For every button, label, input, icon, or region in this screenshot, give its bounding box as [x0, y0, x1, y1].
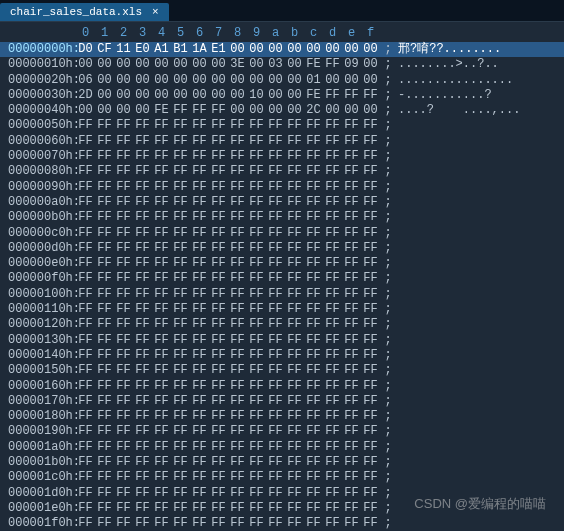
- hex-row[interactable]: 000001c0h:FFFFFFFFFFFFFFFFFFFFFFFFFFFFFF…: [0, 470, 564, 485]
- hex-byte[interactable]: FF: [285, 455, 304, 470]
- hex-byte[interactable]: FF: [133, 486, 152, 501]
- ascii-text[interactable]: [396, 180, 398, 195]
- hex-byte[interactable]: 00: [342, 42, 361, 57]
- hex-byte[interactable]: FF: [171, 287, 190, 302]
- hex-byte[interactable]: FF: [209, 226, 228, 241]
- hex-byte[interactable]: FF: [304, 409, 323, 424]
- hex-byte[interactable]: 00: [209, 73, 228, 88]
- hex-byte[interactable]: FF: [114, 379, 133, 394]
- hex-byte[interactable]: FF: [342, 180, 361, 195]
- hex-byte[interactable]: FF: [361, 455, 380, 470]
- hex-byte[interactable]: FF: [152, 287, 171, 302]
- hex-byte[interactable]: FF: [171, 118, 190, 133]
- hex-byte[interactable]: FF: [304, 348, 323, 363]
- hex-byte[interactable]: FF: [361, 516, 380, 531]
- hex-byte[interactable]: FF: [361, 226, 380, 241]
- hex-byte[interactable]: 00: [266, 103, 285, 118]
- hex-byte[interactable]: FF: [171, 363, 190, 378]
- ascii-text[interactable]: [396, 409, 398, 424]
- hex-byte[interactable]: FF: [190, 180, 209, 195]
- hex-byte[interactable]: FF: [171, 271, 190, 286]
- hex-byte[interactable]: 00: [323, 42, 342, 57]
- hex-byte[interactable]: 00: [95, 57, 114, 72]
- hex-byte[interactable]: 00: [285, 42, 304, 57]
- hex-byte[interactable]: FF: [342, 210, 361, 225]
- hex-byte[interactable]: FF: [190, 516, 209, 531]
- hex-row[interactable]: 00000090h:FFFFFFFFFFFFFFFFFFFFFFFFFFFFFF…: [0, 180, 564, 195]
- hex-byte[interactable]: FF: [114, 134, 133, 149]
- hex-byte[interactable]: FF: [342, 88, 361, 103]
- hex-byte[interactable]: FF: [76, 210, 95, 225]
- hex-byte[interactable]: FF: [133, 501, 152, 516]
- hex-byte[interactable]: FF: [190, 195, 209, 210]
- hex-row[interactable]: 00000080h:FFFFFFFFFFFFFFFFFFFFFFFFFFFFFF…: [0, 164, 564, 179]
- hex-byte[interactable]: FF: [361, 409, 380, 424]
- hex-byte[interactable]: FF: [95, 394, 114, 409]
- hex-byte[interactable]: FF: [76, 256, 95, 271]
- hex-byte[interactable]: 00: [114, 88, 133, 103]
- hex-byte[interactable]: FF: [190, 470, 209, 485]
- hex-byte[interactable]: FF: [95, 455, 114, 470]
- hex-byte[interactable]: 00: [361, 57, 380, 72]
- hex-byte[interactable]: FF: [190, 317, 209, 332]
- hex-byte[interactable]: FF: [342, 440, 361, 455]
- ascii-text[interactable]: [396, 134, 398, 149]
- hex-byte[interactable]: FF: [114, 486, 133, 501]
- hex-byte[interactable]: FF: [361, 470, 380, 485]
- hex-byte[interactable]: FF: [133, 195, 152, 210]
- hex-byte[interactable]: FF: [152, 241, 171, 256]
- hex-byte[interactable]: FF: [342, 363, 361, 378]
- hex-byte[interactable]: FF: [285, 501, 304, 516]
- hex-byte[interactable]: FF: [114, 440, 133, 455]
- hex-byte[interactable]: FF: [76, 470, 95, 485]
- hex-byte[interactable]: FF: [247, 226, 266, 241]
- hex-byte[interactable]: 00: [152, 88, 171, 103]
- hex-byte[interactable]: FF: [304, 424, 323, 439]
- hex-byte[interactable]: FF: [95, 470, 114, 485]
- hex-byte[interactable]: FF: [361, 271, 380, 286]
- hex-byte[interactable]: FF: [285, 516, 304, 531]
- hex-byte[interactable]: FF: [114, 394, 133, 409]
- hex-byte[interactable]: FF: [171, 516, 190, 531]
- hex-byte[interactable]: FF: [190, 440, 209, 455]
- hex-byte[interactable]: FF: [342, 455, 361, 470]
- hex-byte[interactable]: FF: [152, 134, 171, 149]
- hex-byte[interactable]: 00: [228, 73, 247, 88]
- hex-byte[interactable]: FF: [209, 287, 228, 302]
- hex-byte[interactable]: FF: [209, 271, 228, 286]
- hex-byte[interactable]: FF: [285, 287, 304, 302]
- hex-byte[interactable]: FF: [95, 180, 114, 195]
- hex-byte[interactable]: FF: [228, 180, 247, 195]
- hex-byte[interactable]: 00: [133, 73, 152, 88]
- close-icon[interactable]: ×: [150, 6, 161, 18]
- hex-byte[interactable]: FF: [266, 210, 285, 225]
- hex-byte[interactable]: FF: [304, 226, 323, 241]
- hex-byte[interactable]: FF: [190, 149, 209, 164]
- hex-row[interactable]: 00000170h:FFFFFFFFFFFFFFFFFFFFFFFFFFFFFF…: [0, 394, 564, 409]
- hex-byte[interactable]: FF: [304, 256, 323, 271]
- hex-byte[interactable]: FF: [171, 424, 190, 439]
- hex-byte[interactable]: FF: [266, 501, 285, 516]
- hex-byte[interactable]: FF: [133, 226, 152, 241]
- hex-row[interactable]: 000001e0h:FFFFFFFFFFFFFFFFFFFFFFFFFFFFFF…: [0, 501, 564, 516]
- hex-byte[interactable]: FF: [342, 409, 361, 424]
- hex-byte[interactable]: FF: [209, 470, 228, 485]
- hex-byte[interactable]: FF: [323, 287, 342, 302]
- hex-byte[interactable]: FF: [361, 118, 380, 133]
- hex-byte[interactable]: FF: [190, 226, 209, 241]
- hex-byte[interactable]: 00: [285, 57, 304, 72]
- hex-byte[interactable]: 00: [285, 103, 304, 118]
- hex-byte[interactable]: FF: [133, 333, 152, 348]
- hex-byte[interactable]: FF: [171, 440, 190, 455]
- hex-byte[interactable]: FF: [152, 470, 171, 485]
- hex-byte[interactable]: FF: [152, 118, 171, 133]
- hex-byte[interactable]: FF: [76, 333, 95, 348]
- hex-row[interactable]: 000001b0h:FFFFFFFFFFFFFFFFFFFFFFFFFFFFFF…: [0, 455, 564, 470]
- hex-row[interactable]: 00000020h:060000000000000000000000010000…: [0, 73, 564, 88]
- ascii-text[interactable]: [396, 210, 398, 225]
- hex-byte[interactable]: FF: [171, 455, 190, 470]
- hex-byte[interactable]: FF: [323, 164, 342, 179]
- hex-byte[interactable]: FF: [266, 470, 285, 485]
- hex-byte[interactable]: FF: [342, 149, 361, 164]
- hex-byte[interactable]: FF: [247, 180, 266, 195]
